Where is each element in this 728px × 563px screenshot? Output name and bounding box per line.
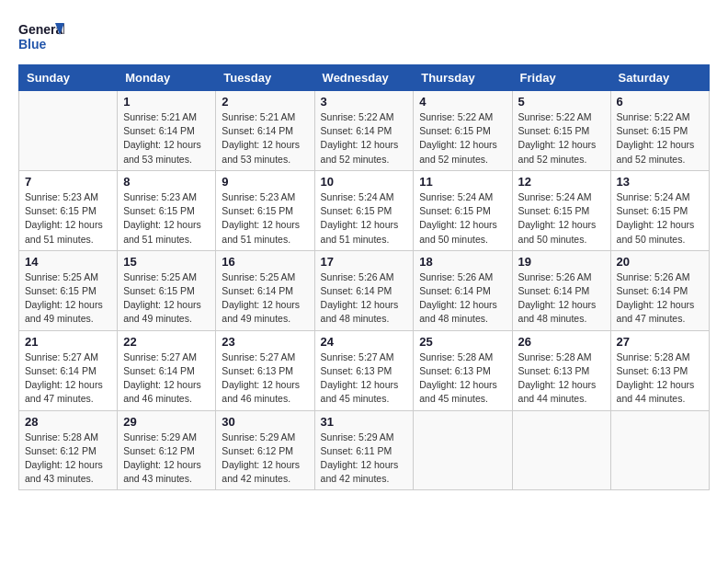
day-info: Sunrise: 5:28 AM Sunset: 6:13 PM Dayligh… <box>518 350 605 407</box>
day-number: 28 <box>25 415 111 429</box>
header-day-friday: Friday <box>512 65 610 91</box>
calendar-cell: 6Sunrise: 5:22 AM Sunset: 6:15 PM Daylig… <box>610 91 709 171</box>
calendar-cell: 15Sunrise: 5:25 AM Sunset: 6:15 PM Dayli… <box>118 250 216 330</box>
day-info: Sunrise: 5:27 AM Sunset: 6:13 PM Dayligh… <box>222 350 308 407</box>
calendar-cell: 24Sunrise: 5:27 AM Sunset: 6:13 PM Dayli… <box>314 330 414 410</box>
day-number: 15 <box>123 255 210 269</box>
calendar-week-5: 28Sunrise: 5:28 AM Sunset: 6:12 PM Dayli… <box>19 410 710 490</box>
calendar-cell: 19Sunrise: 5:26 AM Sunset: 6:14 PM Dayli… <box>512 250 610 330</box>
day-info: Sunrise: 5:24 AM Sunset: 6:15 PM Dayligh… <box>321 190 408 247</box>
calendar-week-4: 21Sunrise: 5:27 AM Sunset: 6:14 PM Dayli… <box>19 330 710 410</box>
calendar-header-row: SundayMondayTuesdayWednesdayThursdayFrid… <box>19 65 710 91</box>
calendar-cell: 3Sunrise: 5:22 AM Sunset: 6:14 PM Daylig… <box>314 91 414 171</box>
day-info: Sunrise: 5:23 AM Sunset: 6:15 PM Dayligh… <box>222 190 308 247</box>
day-number: 27 <box>617 335 703 349</box>
day-number: 20 <box>617 255 703 269</box>
day-number: 29 <box>123 415 210 429</box>
calendar-cell <box>610 410 709 490</box>
day-number: 17 <box>321 255 408 269</box>
day-number: 30 <box>222 415 308 429</box>
calendar-cell: 5Sunrise: 5:22 AM Sunset: 6:15 PM Daylig… <box>512 91 610 171</box>
calendar-cell: 4Sunrise: 5:22 AM Sunset: 6:15 PM Daylig… <box>414 91 512 171</box>
header-day-saturday: Saturday <box>610 65 709 91</box>
calendar-cell: 18Sunrise: 5:26 AM Sunset: 6:14 PM Dayli… <box>414 250 512 330</box>
calendar-cell: 31Sunrise: 5:29 AM Sunset: 6:11 PM Dayli… <box>314 410 414 490</box>
logo-svg: GeneralBlue <box>18 18 64 55</box>
day-info: Sunrise: 5:25 AM Sunset: 6:15 PM Dayligh… <box>25 270 111 327</box>
day-info: Sunrise: 5:25 AM Sunset: 6:15 PM Dayligh… <box>123 270 210 327</box>
calendar-week-3: 14Sunrise: 5:25 AM Sunset: 6:15 PM Dayli… <box>19 250 710 330</box>
day-number: 16 <box>222 255 308 269</box>
day-number: 19 <box>518 255 605 269</box>
day-number: 18 <box>419 255 506 269</box>
day-number: 22 <box>123 335 210 349</box>
day-number: 23 <box>222 335 308 349</box>
calendar-cell: 11Sunrise: 5:24 AM Sunset: 6:15 PM Dayli… <box>414 170 512 250</box>
header-day-sunday: Sunday <box>19 65 118 91</box>
header-day-tuesday: Tuesday <box>216 65 314 91</box>
day-number: 14 <box>25 255 111 269</box>
calendar-cell: 9Sunrise: 5:23 AM Sunset: 6:15 PM Daylig… <box>216 170 314 250</box>
calendar-week-1: 1Sunrise: 5:21 AM Sunset: 6:14 PM Daylig… <box>19 91 710 171</box>
day-info: Sunrise: 5:22 AM Sunset: 6:15 PM Dayligh… <box>518 110 605 167</box>
calendar-cell: 23Sunrise: 5:27 AM Sunset: 6:13 PM Dayli… <box>216 330 314 410</box>
calendar-cell: 14Sunrise: 5:25 AM Sunset: 6:15 PM Dayli… <box>19 250 118 330</box>
calendar-cell: 7Sunrise: 5:23 AM Sunset: 6:15 PM Daylig… <box>19 170 118 250</box>
day-number: 12 <box>518 175 605 189</box>
day-number: 26 <box>518 335 605 349</box>
calendar-cell <box>19 91 118 171</box>
day-info: Sunrise: 5:29 AM Sunset: 6:12 PM Dayligh… <box>222 431 308 487</box>
calendar-cell: 21Sunrise: 5:27 AM Sunset: 6:14 PM Dayli… <box>19 330 118 410</box>
day-info: Sunrise: 5:24 AM Sunset: 6:15 PM Dayligh… <box>419 190 506 247</box>
day-number: 6 <box>617 95 703 109</box>
calendar-body: 1Sunrise: 5:21 AM Sunset: 6:14 PM Daylig… <box>19 91 710 490</box>
calendar-cell: 30Sunrise: 5:29 AM Sunset: 6:12 PM Dayli… <box>216 410 314 490</box>
day-number: 31 <box>321 415 408 429</box>
day-info: Sunrise: 5:24 AM Sunset: 6:15 PM Dayligh… <box>617 190 703 247</box>
day-info: Sunrise: 5:24 AM Sunset: 6:15 PM Dayligh… <box>518 190 605 247</box>
header-day-thursday: Thursday <box>414 65 512 91</box>
calendar-cell: 8Sunrise: 5:23 AM Sunset: 6:15 PM Daylig… <box>118 170 216 250</box>
day-info: Sunrise: 5:28 AM Sunset: 6:12 PM Dayligh… <box>25 431 111 487</box>
day-info: Sunrise: 5:21 AM Sunset: 6:14 PM Dayligh… <box>123 110 210 167</box>
day-info: Sunrise: 5:21 AM Sunset: 6:14 PM Dayligh… <box>222 110 308 167</box>
day-info: Sunrise: 5:29 AM Sunset: 6:12 PM Dayligh… <box>123 431 210 487</box>
day-info: Sunrise: 5:22 AM Sunset: 6:14 PM Dayligh… <box>321 110 408 167</box>
calendar-week-2: 7Sunrise: 5:23 AM Sunset: 6:15 PM Daylig… <box>19 170 710 250</box>
calendar-cell: 13Sunrise: 5:24 AM Sunset: 6:15 PM Dayli… <box>610 170 709 250</box>
day-number: 9 <box>222 175 308 189</box>
calendar-cell: 12Sunrise: 5:24 AM Sunset: 6:15 PM Dayli… <box>512 170 610 250</box>
day-info: Sunrise: 5:28 AM Sunset: 6:13 PM Dayligh… <box>617 350 703 407</box>
page-header: GeneralBlue <box>18 18 710 55</box>
calendar-cell: 1Sunrise: 5:21 AM Sunset: 6:14 PM Daylig… <box>118 91 216 171</box>
day-info: Sunrise: 5:23 AM Sunset: 6:15 PM Dayligh… <box>123 190 210 247</box>
calendar-cell <box>414 410 512 490</box>
header-day-wednesday: Wednesday <box>314 65 414 91</box>
day-info: Sunrise: 5:22 AM Sunset: 6:15 PM Dayligh… <box>419 110 506 167</box>
day-info: Sunrise: 5:26 AM Sunset: 6:14 PM Dayligh… <box>617 270 703 327</box>
calendar-cell: 22Sunrise: 5:27 AM Sunset: 6:14 PM Dayli… <box>118 330 216 410</box>
day-info: Sunrise: 5:23 AM Sunset: 6:15 PM Dayligh… <box>25 190 111 247</box>
calendar-cell: 10Sunrise: 5:24 AM Sunset: 6:15 PM Dayli… <box>314 170 414 250</box>
day-number: 3 <box>321 95 408 109</box>
calendar-cell: 20Sunrise: 5:26 AM Sunset: 6:14 PM Dayli… <box>610 250 709 330</box>
day-number: 10 <box>321 175 408 189</box>
day-number: 7 <box>25 175 111 189</box>
day-info: Sunrise: 5:28 AM Sunset: 6:13 PM Dayligh… <box>419 350 506 407</box>
calendar-cell: 26Sunrise: 5:28 AM Sunset: 6:13 PM Dayli… <box>512 330 610 410</box>
day-info: Sunrise: 5:26 AM Sunset: 6:14 PM Dayligh… <box>518 270 605 327</box>
day-number: 2 <box>222 95 308 109</box>
calendar-cell: 17Sunrise: 5:26 AM Sunset: 6:14 PM Dayli… <box>314 250 414 330</box>
day-number: 1 <box>123 95 210 109</box>
day-number: 11 <box>419 175 506 189</box>
day-info: Sunrise: 5:27 AM Sunset: 6:13 PM Dayligh… <box>321 350 408 407</box>
day-number: 5 <box>518 95 605 109</box>
day-number: 13 <box>617 175 703 189</box>
day-info: Sunrise: 5:26 AM Sunset: 6:14 PM Dayligh… <box>321 270 408 327</box>
calendar-cell: 29Sunrise: 5:29 AM Sunset: 6:12 PM Dayli… <box>118 410 216 490</box>
day-info: Sunrise: 5:22 AM Sunset: 6:15 PM Dayligh… <box>617 110 703 167</box>
day-info: Sunrise: 5:27 AM Sunset: 6:14 PM Dayligh… <box>123 350 210 407</box>
day-number: 4 <box>419 95 506 109</box>
day-info: Sunrise: 5:29 AM Sunset: 6:11 PM Dayligh… <box>321 431 408 487</box>
calendar-cell: 27Sunrise: 5:28 AM Sunset: 6:13 PM Dayli… <box>610 330 709 410</box>
